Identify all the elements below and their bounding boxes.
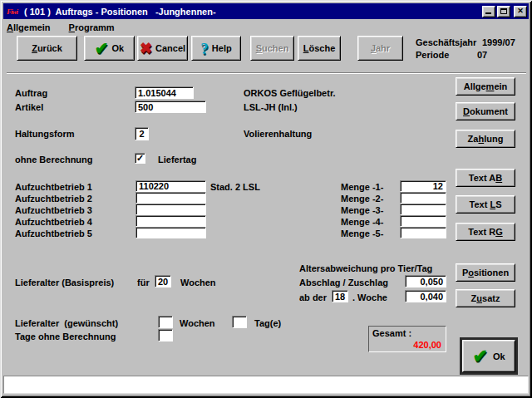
auftrag-label: Auftrag xyxy=(15,88,47,98)
menu-programm[interactable]: Programm xyxy=(67,21,116,34)
ok-toolbar-button[interactable]: ✔ Ok xyxy=(84,36,135,61)
close-button[interactable]: ✕ xyxy=(514,6,527,17)
lieferalter-basis-label: Lieferalter (Basispreis) xyxy=(15,278,114,287)
window-title: ( 101 ) Auftrags - Positionen -Junghenne… xyxy=(24,7,482,17)
menge-5-field[interactable] xyxy=(400,227,446,238)
ab-woche-field[interactable]: 18 xyxy=(332,290,348,302)
abschlag-field[interactable]: 0,050 xyxy=(405,275,446,287)
lieferalter-wunsch-label: Lieferalter (gewünscht) xyxy=(15,318,118,328)
text-rg-button[interactable]: Text RG xyxy=(456,223,515,241)
menge-4-field[interactable] xyxy=(400,215,446,227)
menu-allgemein[interactable]: Allgemein xyxy=(5,21,52,34)
basis-wochen-unit: Wochen xyxy=(180,278,216,287)
total-value: 420,00 xyxy=(413,340,441,350)
help-button[interactable]: ? Help xyxy=(191,36,241,61)
status-bar xyxy=(3,376,529,394)
minimize-button[interactable] xyxy=(482,6,495,17)
cancel-x-icon: ✖ xyxy=(140,41,152,56)
liefertag-label: Liefertag xyxy=(158,155,196,165)
aufzucht-3-label: Aufzuchtbetrieb 3 xyxy=(15,205,92,215)
delete-button[interactable]: Lösche xyxy=(298,36,341,61)
menge-3-field[interactable] xyxy=(400,204,446,215)
aufzucht-2-field[interactable] xyxy=(135,192,206,204)
aufzucht-4-label: Aufzuchtbetrieb 4 xyxy=(15,217,92,227)
period-label: Periode xyxy=(416,50,449,60)
cancel-button[interactable]: ✖ Cancel xyxy=(137,36,188,61)
menge-2-field[interactable] xyxy=(400,192,446,204)
title-bar: Fiwi ( 101 ) Auftrags - Positionen -Jung… xyxy=(3,3,529,19)
artikel-info: LSL-JH (Inl.) xyxy=(244,102,298,112)
check-icon: ✔ xyxy=(95,40,109,57)
zusatz-button[interactable]: Zusatz xyxy=(456,289,515,307)
liefertag-checkbox[interactable]: ✓ xyxy=(135,153,145,164)
tage-ohne-field[interactable] xyxy=(158,329,173,341)
menge-1-field[interactable]: 12 xyxy=(400,180,446,192)
aufzucht-3-field[interactable] xyxy=(135,204,206,215)
tage-ohne-label: Tage ohne Berechnung xyxy=(15,332,116,341)
dokument-button[interactable]: Dokument xyxy=(456,102,515,120)
fiscal-year-value: 1999/07 xyxy=(482,37,515,47)
total-box: Gesamt : 420,00 xyxy=(368,326,446,352)
menge-1-label: Menge -1- xyxy=(341,182,383,192)
aufzucht-5-label: Aufzuchtbetrieb 5 xyxy=(15,228,92,238)
allgemein-button[interactable]: Allgemein xyxy=(456,77,515,96)
total-label: Gesamt : xyxy=(372,328,411,338)
period-value: 07 xyxy=(477,50,487,60)
wunsch-wochen-unit: Wochen xyxy=(180,318,215,328)
artikel-label: Artikel xyxy=(15,102,43,112)
menge-2-label: Menge -2- xyxy=(341,194,383,204)
ab-der-label: ab der xyxy=(299,292,327,302)
application-window: Fiwi ( 101 ) Auftrags - Positionen -Jung… xyxy=(0,0,532,398)
question-mark-icon: ? xyxy=(200,41,209,57)
search-button: Suchen xyxy=(250,36,294,61)
aufzucht-5-field[interactable] xyxy=(135,227,206,238)
aufzucht-1-label: Aufzuchtbetrieb 1 xyxy=(15,182,92,192)
aufzucht-1-info: Stad. 2 LSL xyxy=(210,182,260,192)
check-icon: ✔ xyxy=(472,347,487,366)
wunsch-wochen-field[interactable] xyxy=(158,316,173,328)
toolbar-separator xyxy=(7,72,526,74)
maximize-icon xyxy=(500,8,507,14)
wunsch-tage-unit: Tag(e) xyxy=(254,318,281,328)
app-logo-icon: Fiwi xyxy=(7,7,21,17)
fiscal-year-label: Geschäftsjahr xyxy=(416,37,476,47)
aufzucht-1-field[interactable]: 110220 xyxy=(135,180,206,192)
altersabweichung-title: Altersabweichung pro Tier/Tag xyxy=(299,263,432,273)
text-ab-button[interactable]: Text AB xyxy=(456,169,515,187)
woche-suffix-label: . Woche xyxy=(352,292,387,302)
minimize-icon xyxy=(485,12,491,14)
back-button[interactable]: Zurück xyxy=(17,36,77,61)
ohne-berechnung-label: ohne Berechnung xyxy=(15,155,93,165)
text-ls-button[interactable]: Text LS xyxy=(456,195,515,214)
zuschlag-field[interactable]: 0,040 xyxy=(405,290,446,302)
wunsch-tage-field[interactable] xyxy=(232,316,247,328)
auftrag-field[interactable]: 1.015044 xyxy=(135,86,194,99)
auftrag-info: ORKOS Geflügelbetr. xyxy=(244,88,336,98)
menge-4-label: Menge -4- xyxy=(341,217,383,227)
artikel-field[interactable]: 500 xyxy=(135,101,206,113)
menu-bar: Allgemein Programm xyxy=(5,21,116,34)
ok-main-button[interactable]: ✔ Ok xyxy=(462,340,515,372)
haltungsform-field[interactable]: 2 xyxy=(135,127,149,140)
zahlung-button[interactable]: Zahlung xyxy=(456,130,515,148)
fuer-label: für xyxy=(137,278,150,287)
menge-5-label: Menge -5- xyxy=(341,228,383,238)
basis-wochen-field[interactable]: 20 xyxy=(155,275,171,287)
abschlag-label: Abschlag / Zuschlag xyxy=(299,278,388,287)
positionen-button[interactable]: Positionen xyxy=(456,263,515,282)
year-button: Jahr xyxy=(357,36,403,61)
ok-main-frame: ✔ Ok xyxy=(460,337,518,375)
maximize-button[interactable] xyxy=(497,6,510,17)
haltungsform-label: Haltungsform xyxy=(15,129,75,139)
close-icon: ✕ xyxy=(517,7,524,15)
aufzucht-2-label: Aufzuchtbetrieb 2 xyxy=(15,194,92,204)
aufzucht-4-field[interactable] xyxy=(135,215,206,227)
haltungsform-info: Volierenhaltung xyxy=(244,129,312,139)
menge-3-label: Menge -3- xyxy=(341,205,383,215)
